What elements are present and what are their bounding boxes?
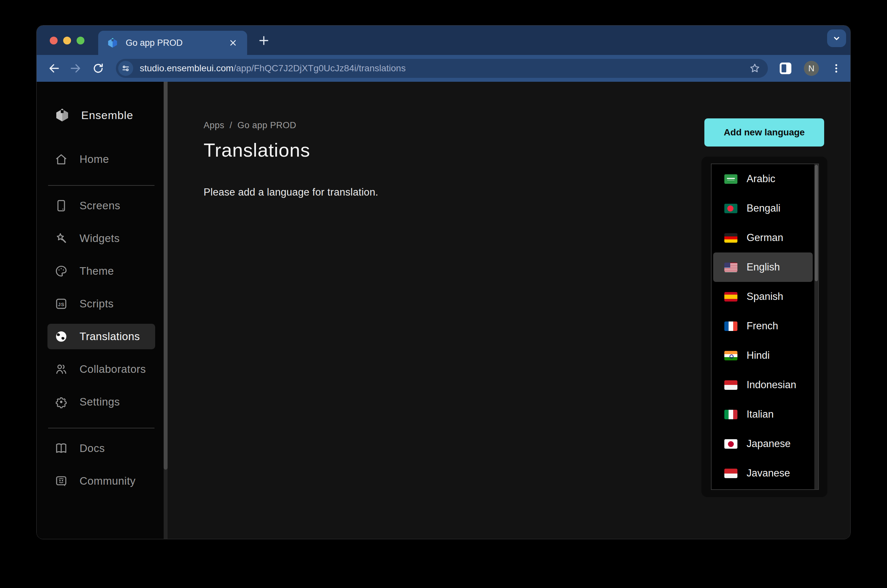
sidebar-scrollbar[interactable] (164, 82, 168, 539)
forward-button[interactable] (69, 61, 83, 75)
tab-search-chevron-button[interactable] (827, 29, 846, 47)
language-list-scrollbar[interactable] (814, 164, 818, 489)
browser-toolbar: studio.ensembleui.com/app/FhQC7J2DjXTg0U… (37, 55, 850, 82)
breadcrumb-current: Go app PROD (238, 120, 296, 130)
language-item-german[interactable]: German (713, 223, 813, 252)
sidebar-item-scripts[interactable]: JS Scripts (47, 291, 155, 316)
language-item-indonesian[interactable]: Indonesian (713, 370, 813, 400)
language-item-french[interactable]: French (713, 311, 813, 341)
language-item-bengali[interactable]: Bengali (713, 194, 813, 223)
language-dropdown: Arabic Bengali German English Spanish Fr… (701, 157, 827, 497)
language-item-javanese[interactable]: Javanese (713, 459, 813, 488)
sidebar-item-settings[interactable]: Settings (47, 389, 155, 415)
minimize-window-button[interactable] (63, 37, 71, 45)
main-content: Apps / Go app PROD Translations Please a… (168, 82, 850, 539)
sidebar-item-community[interactable]: Community (47, 468, 155, 494)
desktop-background: Go app PROD (0, 0, 887, 588)
reload-button[interactable] (91, 61, 105, 75)
brand-label: Ensemble (81, 109, 133, 122)
flag-us-icon (724, 262, 737, 272)
community-icon (54, 474, 68, 488)
bookmark-star-icon[interactable] (749, 63, 761, 74)
tab-strip: Go app PROD (37, 26, 850, 55)
sidebar-item-translations[interactable]: Translations (47, 324, 155, 349)
language-list: Arabic Bengali German English Spanish Fr… (711, 164, 819, 490)
flag-it-icon (724, 410, 737, 419)
docs-icon (54, 441, 68, 456)
flag-jp-icon (724, 439, 737, 448)
ensemble-logo-icon (54, 107, 70, 123)
sidebar-divider (48, 185, 155, 186)
flag-fr-icon (724, 321, 737, 331)
address-bar[interactable]: studio.ensembleui.com/app/FhQC7J2DjXTg0U… (116, 59, 768, 78)
screens-icon (54, 198, 68, 213)
sidebar-item-docs[interactable]: Docs (47, 436, 155, 461)
traffic-lights (50, 37, 84, 45)
settings-icon (54, 395, 68, 409)
language-item-english[interactable]: English (713, 252, 813, 282)
brand[interactable]: Ensemble (37, 102, 164, 128)
tab-title: Go app PROD (126, 38, 227, 48)
sidebar-item-home[interactable]: Home (47, 147, 155, 172)
site-settings-icon[interactable] (118, 61, 133, 76)
sidebar-item-theme[interactable]: Theme (47, 258, 155, 284)
flag-bd-icon (724, 204, 737, 213)
sidebar-item-collaborators[interactable]: Collaborators (47, 357, 155, 382)
language-list-scrollbar-thumb[interactable] (815, 165, 818, 281)
tab-close-icon[interactable] (227, 37, 239, 48)
add-new-language-button[interactable]: Add new language (704, 118, 824, 147)
translations-icon (54, 329, 68, 344)
sidebar-nav: Home Screens Widgets Theme JS Scripts Tr… (37, 147, 164, 494)
profile-avatar[interactable]: N (804, 61, 819, 76)
url-text: studio.ensembleui.com/app/FhQC7J2DjXTg0U… (140, 63, 406, 74)
flag-id-icon (724, 380, 737, 390)
ensemble-favicon-icon (107, 37, 119, 49)
avatar-initial: N (809, 63, 815, 74)
scripts-icon: JS (54, 297, 68, 311)
breadcrumb-apps-link[interactable]: Apps (204, 120, 224, 130)
collaborators-icon (54, 362, 68, 376)
home-icon (54, 152, 68, 166)
flag-in-icon (724, 351, 737, 360)
flag-de-icon (724, 233, 737, 243)
close-window-button[interactable] (50, 37, 58, 45)
sidebar-item-screens[interactable]: Screens (47, 193, 155, 219)
new-tab-button[interactable] (257, 33, 271, 48)
back-button[interactable] (47, 61, 61, 75)
language-item-arabic[interactable]: Arabic (713, 164, 813, 194)
url-domain: studio.ensembleui.com (140, 63, 233, 73)
flag-es-icon (724, 292, 737, 302)
browser-menu-icon[interactable] (831, 61, 840, 75)
browser-window: Go app PROD (37, 26, 850, 539)
widgets-icon (54, 231, 68, 246)
language-item-japanese[interactable]: Japanese (713, 429, 813, 459)
flag-sa-icon (724, 174, 737, 184)
sidebar-divider (48, 428, 155, 428)
language-item-spanish[interactable]: Spanish (713, 282, 813, 311)
sidebar-scrollbar-thumb[interactable] (164, 82, 168, 470)
page-content: Ensemble Home Screens Widgets Theme JS S… (37, 82, 850, 539)
browser-tab[interactable]: Go app PROD (98, 31, 247, 55)
url-path: /app/FhQC7J2DjXTg0UcJz84i/translations (233, 63, 406, 73)
sidebar-item-widgets[interactable]: Widgets (47, 226, 155, 251)
breadcrumb-separator: / (230, 120, 232, 130)
zoom-window-button[interactable] (77, 37, 84, 45)
side-panel-icon[interactable] (779, 62, 792, 75)
svg-text:JS: JS (58, 302, 65, 307)
sidebar: Ensemble Home Screens Widgets Theme JS S… (37, 82, 164, 539)
language-item-hindi[interactable]: Hindi (713, 341, 813, 370)
language-item-italian[interactable]: Italian (713, 400, 813, 429)
theme-icon (54, 264, 68, 278)
flag-jv-icon (724, 469, 737, 478)
